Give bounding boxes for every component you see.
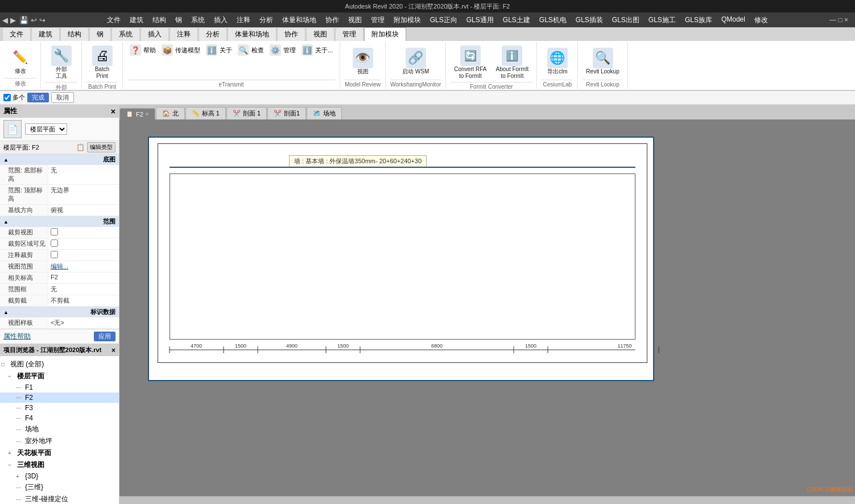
prop-section-dimtu[interactable]: ▲ 底图 xyxy=(0,154,119,165)
menu-item-QModel[interactable]: QModel xyxy=(717,14,750,26)
ribbon-tab-结构[interactable]: 结构 xyxy=(60,27,89,41)
prop-value-annotation-crop[interactable] xyxy=(48,250,119,261)
apply-button[interactable]: 应用 xyxy=(94,332,115,341)
check-button[interactable]: 🔍 检查 xyxy=(236,43,266,57)
tree-item-F3[interactable]: —F3 xyxy=(0,403,119,413)
view-tab-北[interactable]: 🏠北 xyxy=(156,107,185,119)
tree-item-场地[interactable]: —场地 xyxy=(0,423,119,435)
menu-item-附加模块[interactable]: 附加模块 xyxy=(389,14,426,26)
tree-item-室外地坪[interactable]: —室外地坪 xyxy=(0,435,119,447)
menu-item-钢[interactable]: 钢 xyxy=(171,14,187,26)
menu-item-GLS通用[interactable]: GLS通用 xyxy=(462,14,498,26)
quick-undo-icon[interactable]: ↩ xyxy=(31,16,37,24)
quick-save-icon[interactable]: 💾 xyxy=(19,16,28,24)
menu-item-修改[interactable]: 修改 xyxy=(750,14,773,26)
ribbon-tab-系统[interactable]: 系统 xyxy=(111,27,140,41)
wsm-button[interactable]: 🔗 启动 WSM xyxy=(399,46,432,77)
ribbon-tab-钢[interactable]: 钢 xyxy=(89,27,111,41)
menu-item-建筑[interactable]: 建筑 xyxy=(125,14,148,26)
tree-item-{三维}[interactable]: —{三维} xyxy=(0,481,119,493)
quick-redo-icon[interactable]: ↪ xyxy=(39,16,46,24)
svg-text:4900: 4900 xyxy=(286,343,298,349)
h-scrollbar[interactable] xyxy=(119,496,855,504)
about2-button[interactable]: ℹ️ 关于... xyxy=(299,43,335,57)
revit-lookup-button[interactable]: 🔍 Revit Lookup xyxy=(583,46,622,77)
modify-button[interactable]: ✏️ 修改 xyxy=(5,45,36,77)
project-browser-close-icon[interactable]: × xyxy=(111,346,115,354)
view-tab-F2[interactable]: 📋F2× xyxy=(119,108,155,119)
menu-item-结构[interactable]: 结构 xyxy=(148,14,171,26)
section-label-range: 范围 xyxy=(103,217,115,226)
menu-item-系统[interactable]: 系统 xyxy=(187,14,209,26)
manage-button[interactable]: ⚙️ 管理 xyxy=(267,43,298,57)
tree-item-楼层平面[interactable]: −楼层平面 xyxy=(0,370,119,382)
menu-item-管理[interactable]: 管理 xyxy=(366,14,389,26)
tree-leaf-icon-场地: — xyxy=(16,427,23,432)
prop-value-crop-view[interactable] xyxy=(48,227,119,238)
view-tab-剖面1[interactable]: ✂️剖面1 xyxy=(267,107,306,119)
view-tab-close-F2[interactable]: × xyxy=(146,111,149,117)
prop-value-view-range[interactable]: 编辑... xyxy=(48,261,119,272)
tree-item-三维视图[interactable]: −三维视图 xyxy=(0,459,119,471)
properties-close-icon[interactable]: × xyxy=(111,107,115,116)
ribbon-tab-注释[interactable]: 注释 xyxy=(170,27,198,41)
prop-section-identity[interactable]: ▲ 标识数据 xyxy=(0,307,119,317)
type-selector[interactable]: 楼层平面 xyxy=(25,123,67,135)
view-tab-场地[interactable]: 🗺️场地 xyxy=(307,107,342,119)
menu-item-GLS插装[interactable]: GLS插装 xyxy=(571,14,608,26)
view-tab-标高 1[interactable]: 📏标高 1 xyxy=(185,107,226,119)
menu-items: 文件建筑结构钢系统插入注释分析体量和场地协作视图管理附加模块GLS正向GLS通用… xyxy=(102,14,773,26)
prop-section-range[interactable]: ▲ 范围 xyxy=(0,216,119,227)
tree-item-三维-碰撞定位[interactable]: —三维-碰撞定位 xyxy=(0,493,119,504)
menu-item-GLS施工[interactable]: GLS施工 xyxy=(644,14,680,26)
ribbon-tab-文件[interactable]: 文件 xyxy=(2,27,31,41)
ribbon-tab-分析[interactable]: 分析 xyxy=(199,27,227,41)
tree-item-F4[interactable]: —F4 xyxy=(0,413,119,423)
menu-item-视图[interactable]: 视图 xyxy=(344,14,366,26)
menu-item-GLS土建[interactable]: GLS土建 xyxy=(498,14,535,26)
ribbon-tab-管理[interactable]: 管理 xyxy=(335,27,364,41)
menu-item-GLS正向[interactable]: GLS正向 xyxy=(426,14,462,26)
view-button[interactable]: 👁️ 视图 xyxy=(347,46,378,77)
view-tab-剖面 1[interactable]: ✂️剖面 1 xyxy=(226,107,267,119)
ribbon-tab-附加模块[interactable]: 附加模块 xyxy=(364,27,406,41)
prop-value-crop-visible[interactable] xyxy=(48,238,119,249)
batch-print-button[interactable]: 🖨 BatchPrint xyxy=(86,43,118,82)
menu-item-协作[interactable]: 协作 xyxy=(321,14,344,26)
external-tools-button[interactable]: 🔧 外部工具 xyxy=(46,43,77,82)
property-help-link[interactable]: 属性帮助 xyxy=(3,332,31,341)
finish-button[interactable]: 完成 xyxy=(27,93,49,102)
wall-top-line xyxy=(170,167,635,168)
multi-select-checkbox[interactable] xyxy=(3,94,11,101)
ribbon-tab-协作[interactable]: 协作 xyxy=(277,27,305,41)
menu-item-GLS族库[interactable]: GLS族库 xyxy=(680,14,717,26)
menu-item-GLS机电[interactable]: GLS机电 xyxy=(535,14,571,26)
edit-type-button[interactable]: 编辑类型 xyxy=(87,142,115,152)
tree-item-天花板平面[interactable]: +天花板平面 xyxy=(0,447,119,459)
tree-item-F2[interactable]: —F2 xyxy=(0,393,119,403)
menu-item-体量和场地[interactable]: 体量和场地 xyxy=(278,14,321,26)
menu-item-插入[interactable]: 插入 xyxy=(209,14,232,26)
tree-item-视图 (全部)[interactable]: □视图 (全部) xyxy=(0,358,119,370)
menu-item-分析[interactable]: 分析 xyxy=(255,14,278,26)
tree-item-F1[interactable]: —F1 xyxy=(0,382,119,393)
export-clm-button[interactable]: 🌐 导出clm xyxy=(542,46,573,77)
ribbon-tab-视图[interactable]: 视图 xyxy=(306,27,334,41)
annotation-crop-checkbox[interactable] xyxy=(51,251,58,258)
menu-item-文件[interactable]: 文件 xyxy=(102,14,125,26)
tree-item-{3D}[interactable]: +{3D} xyxy=(0,471,119,481)
help-button[interactable]: ❓ 帮助 xyxy=(127,43,158,57)
crop-view-checkbox[interactable] xyxy=(51,228,58,236)
crop-visible-checkbox[interactable] xyxy=(51,239,58,247)
about-button[interactable]: ℹ️ 关于 xyxy=(204,43,234,57)
menu-item-GLS出图[interactable]: GLS出图 xyxy=(608,14,644,26)
ribbon-tab-建筑[interactable]: 建筑 xyxy=(31,27,60,41)
ribbon-tab-体量和场地[interactable]: 体量和场地 xyxy=(228,27,276,41)
transmit-button[interactable]: 📦 传递模型 xyxy=(159,43,203,57)
convert-rfa-button[interactable]: 🔄 Convert RFAto FormIt xyxy=(451,43,490,82)
menu-item-注释[interactable]: 注释 xyxy=(232,14,255,26)
cancel-button[interactable]: 取消 xyxy=(51,92,74,103)
about-formit-button[interactable]: ℹ️ About FormItto FormIt xyxy=(493,43,532,82)
ribbon-tab-插入[interactable]: 插入 xyxy=(141,27,169,41)
drawing-canvas[interactable]: 墙 : 基本墙 : 外保温墙350mm- 20+60+240+30 xyxy=(119,119,855,496)
